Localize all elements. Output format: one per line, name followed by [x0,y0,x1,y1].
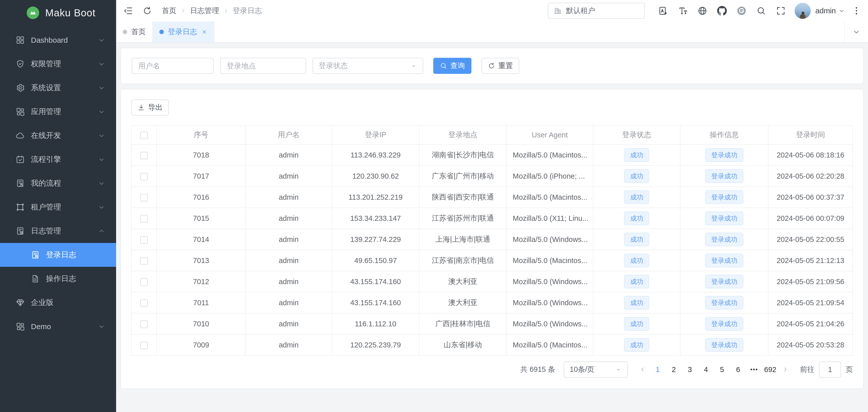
goto-page-input[interactable] [819,361,841,378]
page-number[interactable]: 4 [698,361,714,378]
cell-login-time: 2024-05-05 21:12:13 [768,250,853,271]
font-size-icon[interactable] [678,6,688,16]
sidebar-item-label: 在线开发 [31,130,98,141]
operation-info-badge: 登录成功 [705,233,743,246]
query-button[interactable]: 查询 [433,58,471,74]
avatar [795,3,811,19]
collapse-sidebar-icon[interactable] [123,6,133,16]
sidebar-item-label: 我的流程 [31,178,98,188]
tab-登录日志[interactable]: 登录日志 [153,22,215,42]
cell-location: 澳大利亚 [419,271,506,292]
page-number[interactable]: 1 [650,361,666,378]
row-checkbox[interactable] [140,321,148,328]
operation-info-badge: 登录成功 [705,148,743,162]
row-checkbox[interactable] [140,299,148,307]
cell-ip: 113.246.93.229 [332,145,419,165]
doc-icon [31,274,40,283]
sidebar-item-租户管理[interactable]: 租户管理 [0,195,116,219]
cell-ip: 49.65.150.97 [332,250,419,271]
sidebar-item-登录日志[interactable]: 登录日志 [0,243,116,267]
page-number[interactable]: 692 [762,361,778,378]
username-input[interactable] [132,58,214,74]
pager-more[interactable]: ••• [746,361,762,378]
select-all-checkbox[interactable] [140,132,148,139]
page-number[interactable]: 6 [730,361,746,378]
sidebar-item-我的流程[interactable]: 我的流程 [0,171,116,195]
sidebar-item-企业版[interactable]: 企业版 [0,291,116,315]
close-icon[interactable] [201,29,208,35]
sidebar-item-label: 企业版 [31,297,105,308]
prev-page-icon[interactable] [636,361,650,378]
cell-username: admin [245,250,332,271]
page-size-select[interactable]: 10条/页 [564,361,628,378]
user-menu[interactable]: admin [795,3,845,19]
sidebar-item-系统设置[interactable]: 系统设置 [0,76,116,100]
logo[interactable]: Maku Boot [0,0,116,26]
chevron-down-icon [98,132,105,139]
total-count: 共 6915 条 [520,365,555,375]
tenant-select[interactable]: 默认租户 [548,3,645,19]
language-icon[interactable] [658,6,668,16]
username: admin [815,6,836,15]
cell-login-time: 2024-05-06 08:18:16 [768,145,853,165]
tab-首页[interactable]: 首页 [116,22,153,42]
row-checkbox[interactable] [140,194,148,201]
breadcrumb-item[interactable]: 首页 [162,6,177,16]
more-menu-icon[interactable] [851,6,862,16]
status-badge: 成功 [624,254,649,267]
cell-login-time: 2024-05-05 21:09:56 [768,271,853,292]
page-content: 登录状态 查询 重置 导出 [116,42,868,412]
sidebar-item-流程引擎[interactable]: 流程引擎 [0,148,116,171]
search-form: 登录状态 查询 重置 [121,48,863,84]
location-input[interactable] [220,58,306,74]
table-row: 7014admin139.227.74.229上海|上海市|联通Mozilla/… [131,229,853,250]
row-checkbox[interactable] [140,278,148,286]
chevron-down-icon [838,7,845,14]
cell-username: admin [245,335,332,355]
sidebar-item-在线开发[interactable]: 在线开发 [0,124,116,148]
cell-login-time: 2024-05-05 22:00:55 [768,229,853,250]
next-page-icon[interactable] [778,361,793,378]
fullscreen-icon[interactable] [776,6,786,16]
cell-id: 7009 [157,335,245,355]
topbar: 首页日志管理登录日志 默认租户 admin [116,0,868,22]
globe-icon[interactable] [698,6,707,16]
row-checkbox[interactable] [140,215,148,223]
page-number[interactable]: 2 [666,361,682,378]
login-status-select[interactable]: 登录状态 [313,58,423,74]
row-checkbox[interactable] [140,236,148,244]
row-checkbox[interactable] [140,152,148,159]
cell-location: 陕西省|西安市|联通 [419,187,506,208]
github-icon[interactable] [717,6,727,16]
row-checkbox[interactable] [140,173,148,180]
row-checkbox[interactable] [140,342,148,349]
sidebar-item-日志管理[interactable]: 日志管理 [0,219,116,243]
status-badge: 成功 [624,233,649,246]
cell-login-time: 2024-05-05 20:53:28 [768,335,853,355]
status-badge: 成功 [624,148,649,162]
table-header: 序号用户名登录IP登录地点User Agent登录状态操作信息登录时间 [131,125,853,145]
sidebar-item-Demo[interactable]: Demo [0,315,116,339]
sidebar-item-应用管理[interactable]: 应用管理 [0,100,116,124]
sidebar-item-权限管理[interactable]: 权限管理 [0,52,116,76]
table-row: 7009admin120.225.239.79山东省|移动Mozilla/5.0… [131,335,853,355]
operation-info-badge: 登录成功 [705,296,743,310]
cell-login-time: 2024-05-06 00:07:09 [768,208,853,229]
sidebar-item-Dashboard[interactable]: Dashboard [0,28,116,52]
tabbar-dropdown-icon[interactable] [844,22,868,42]
export-button[interactable]: 导出 [131,99,169,116]
page-number[interactable]: 3 [682,361,698,378]
page-number[interactable]: 5 [714,361,730,378]
search-icon[interactable] [756,6,766,16]
reset-button[interactable]: 重置 [482,58,519,74]
grid-alt-icon [16,107,25,116]
row-checkbox[interactable] [140,257,148,265]
sidebar-item-操作日志[interactable]: 操作日志 [0,267,116,291]
refresh-icon[interactable] [142,6,152,16]
cell-location: 湖南省|长沙市|电信 [419,145,506,165]
operation-info-badge: 登录成功 [705,169,743,183]
refresh-icon [488,62,495,70]
gitee-icon[interactable] [737,6,747,16]
breadcrumb-item[interactable]: 日志管理 [190,6,219,16]
cell-username: admin [245,187,332,208]
